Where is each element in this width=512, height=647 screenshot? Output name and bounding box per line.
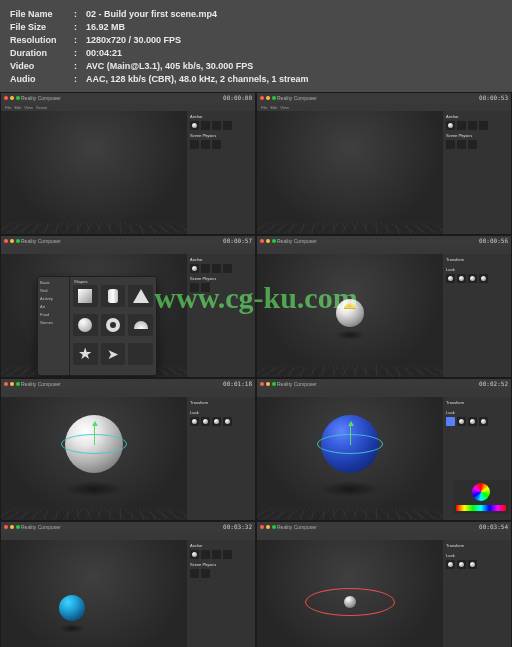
menu-bar[interactable] [257, 246, 511, 254]
maximize-icon[interactable] [272, 239, 276, 243]
close-icon[interactable] [4, 96, 8, 100]
close-icon[interactable] [260, 96, 264, 100]
object-library[interactable]: Basic Grid Activity Art Food Games Shape… [37, 276, 157, 376]
viewport-3d[interactable] [257, 540, 443, 647]
sphere-object[interactable] [344, 596, 356, 608]
meta-value-filesize: 16.92 MB [86, 21, 125, 34]
meta-label-filesize: File Size [10, 21, 74, 34]
meta-value-duration: 00:04:21 [86, 47, 122, 60]
meta-value-resolution: 1280x720 / 30.000 FPS [86, 34, 181, 47]
meta-label-duration: Duration [10, 47, 74, 60]
file-metadata: File Name:02 - Build your first scene.mp… [0, 0, 512, 92]
frame-6: Reality Composer 00:02:52 Transform Look [256, 378, 512, 521]
shape-cylinder[interactable] [101, 285, 126, 307]
maximize-icon[interactable] [16, 96, 20, 100]
window-titlebar: Reality Composer 00:00:00 [1, 93, 255, 103]
close-icon[interactable] [260, 239, 264, 243]
frame-4: Reality Composer 00:00:56 Transform Look [256, 235, 512, 378]
shape-star[interactable]: ★ [73, 343, 98, 365]
maximize-icon[interactable] [272, 96, 276, 100]
maximize-icon[interactable] [16, 525, 20, 529]
menu-bar[interactable]: FileEditView [257, 103, 511, 111]
grid-floor [257, 365, 443, 377]
thumbnail-grid: Reality Composer 00:00:00 FileEditViewSc… [0, 92, 512, 647]
shape-other[interactable] [128, 343, 153, 365]
properties-panel[interactable]: Transform Look [443, 540, 511, 647]
shape-cube[interactable] [73, 285, 98, 307]
timecode: 00:03:54 [479, 523, 508, 530]
library-header: Shapes [74, 279, 88, 284]
minimize-icon[interactable] [266, 239, 270, 243]
minimize-icon[interactable] [266, 382, 270, 386]
viewport-3d[interactable] [1, 397, 187, 520]
viewport-3d[interactable] [257, 111, 443, 234]
timecode: 00:03:32 [223, 523, 252, 530]
object-shadow [59, 624, 85, 633]
menu-bar[interactable] [1, 246, 255, 254]
app-name: Reality Composer [21, 95, 61, 101]
grid-floor [257, 222, 443, 234]
timecode: 00:00:53 [479, 94, 508, 101]
color-spectrum[interactable] [456, 505, 506, 511]
maximize-icon[interactable] [16, 239, 20, 243]
menu-bar[interactable] [257, 389, 511, 397]
color-picker-popup[interactable] [453, 480, 509, 514]
menu-bar[interactable] [257, 532, 511, 540]
viewport-3d[interactable]: Basic Grid Activity Art Food Games Shape… [1, 254, 187, 377]
close-icon[interactable] [4, 382, 8, 386]
meta-value-filename: 02 - Build your first scene.mp4 [86, 8, 217, 21]
properties-panel[interactable]: Transform Look [443, 254, 511, 377]
properties-panel[interactable]: Anchor Scene Physics [187, 254, 255, 377]
translate-gizmo-y[interactable] [350, 423, 351, 445]
maximize-icon[interactable] [272, 382, 276, 386]
timecode: 00:00:57 [223, 237, 252, 244]
minimize-icon[interactable] [10, 239, 14, 243]
grid-floor [1, 508, 187, 520]
sphere-object[interactable] [59, 595, 85, 621]
menu-bar[interactable] [1, 532, 255, 540]
viewport-3d[interactable] [257, 397, 443, 520]
minimize-icon[interactable] [10, 382, 14, 386]
app-name: Reality Composer [21, 238, 61, 244]
shape-hemisphere[interactable] [128, 314, 153, 336]
sphere-object[interactable] [321, 415, 379, 473]
timecode: 00:01:18 [223, 380, 252, 387]
frame-1: Reality Composer 00:00:00 FileEditViewSc… [0, 92, 256, 235]
shape-arrow[interactable]: ➤ [101, 343, 126, 365]
minimize-icon[interactable] [10, 96, 14, 100]
window-titlebar: Reality Composer 00:00:56 [257, 236, 511, 246]
viewport-3d[interactable] [1, 540, 187, 647]
shape-cone[interactable] [128, 285, 153, 307]
menu-bar[interactable]: FileEditViewScene [1, 103, 255, 111]
maximize-icon[interactable] [272, 525, 276, 529]
color-wheel[interactable] [472, 483, 490, 501]
anchor-option[interactable] [190, 121, 199, 130]
close-icon[interactable] [4, 525, 8, 529]
close-icon[interactable] [260, 382, 264, 386]
properties-panel[interactable]: Transform Look [187, 397, 255, 520]
shape-sphere[interactable] [73, 314, 98, 336]
window-titlebar: Reality Composer 00:03:54 [257, 522, 511, 532]
minimize-icon[interactable] [266, 525, 270, 529]
timecode: 00:00:00 [223, 94, 252, 101]
properties-panel[interactable]: Anchor Scene Physics [187, 540, 255, 647]
close-icon[interactable] [4, 239, 8, 243]
viewport-3d[interactable] [1, 111, 187, 234]
properties-panel[interactable]: Anchor Scene Physics [443, 111, 511, 234]
translate-gizmo-y[interactable] [94, 423, 95, 445]
close-icon[interactable] [260, 525, 264, 529]
properties-panel[interactable]: Anchor Scene Physics [187, 111, 255, 234]
minimize-icon[interactable] [10, 525, 14, 529]
window-titlebar: Reality Composer 00:00:57 [1, 236, 255, 246]
maximize-icon[interactable] [16, 382, 20, 386]
shape-torus[interactable] [101, 314, 126, 336]
frame-5: Reality Composer 00:01:18 Transform Look [0, 378, 256, 521]
minimize-icon[interactable] [266, 96, 270, 100]
viewport-3d[interactable] [257, 254, 443, 377]
frame-2: Reality Composer 00:00:53 FileEditView A… [256, 92, 512, 235]
menu-bar[interactable] [1, 389, 255, 397]
gizmo-handle[interactable] [344, 303, 356, 309]
app-name: Reality Composer [277, 95, 317, 101]
library-sidebar[interactable]: Basic Grid Activity Art Food Games [38, 277, 70, 375]
sphere-object[interactable] [65, 415, 123, 473]
